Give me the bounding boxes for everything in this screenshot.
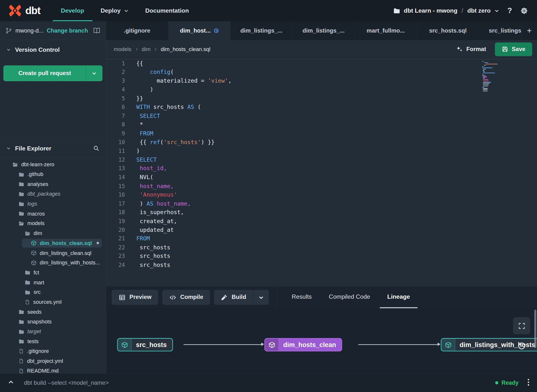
- result-tab-lineage[interactable]: Lineage: [380, 286, 417, 308]
- build-button[interactable]: Build: [214, 290, 253, 305]
- lineage-canvas[interactable]: src_hosts dim_hosts_clean dim_listings_w…: [106, 308, 537, 373]
- fullscreen-button[interactable]: [513, 317, 530, 334]
- change-branch-link[interactable]: Change branch: [47, 27, 88, 34]
- file-icon: [18, 348, 24, 354]
- create-pull-request-button[interactable]: Create pull request: [3, 65, 102, 81]
- code-line[interactable]: 23 src_hosts: [106, 252, 537, 261]
- file-tree-item[interactable]: dbt_project.yml: [0, 356, 106, 366]
- editor-tab[interactable]: mart_fullmo...: [355, 21, 417, 40]
- code-line[interactable]: 11): [106, 147, 537, 155]
- lineage-node-dim-hosts-clean[interactable]: dim_hosts_clean: [264, 338, 342, 351]
- file-tree-item[interactable]: fct: [0, 268, 106, 278]
- file-tree-item[interactable]: dim: [0, 228, 106, 238]
- expand-icon: [518, 322, 525, 330]
- code-line[interactable]: 12SELECT: [106, 155, 537, 164]
- file-tree-item[interactable]: .gitignore: [0, 346, 106, 356]
- code-line[interactable]: 5}}: [106, 94, 537, 103]
- minimap-line: [484, 62, 488, 63]
- code-line[interactable]: 3 materialized = 'view',: [106, 77, 537, 85]
- code-line[interactable]: 1{{: [106, 59, 537, 68]
- save-button[interactable]: Save: [495, 42, 532, 56]
- code-line[interactable]: 4 ): [106, 85, 537, 94]
- build-dropdown-caret[interactable]: [253, 290, 269, 305]
- result-tab-compiled-code[interactable]: Compiled Code: [321, 286, 378, 308]
- nav-item-develop[interactable]: Develop: [53, 0, 93, 21]
- result-tab-results[interactable]: Results: [284, 286, 319, 308]
- file-tree-item[interactable]: snapshots: [0, 317, 106, 327]
- file-tree-item[interactable]: macros: [0, 209, 106, 218]
- editor-tab[interactable]: dim_listings_...: [293, 21, 355, 40]
- code-line[interactable]: 16 'Anonymous': [106, 191, 537, 199]
- preview-button[interactable]: Preview: [112, 290, 158, 305]
- folder-open-icon: [25, 230, 30, 236]
- version-control-header[interactable]: Version Control: [0, 40, 106, 59]
- code-editor[interactable]: 1{{2 config(3 materialized = 'view',4 )5…: [106, 58, 537, 286]
- project-selector[interactable]: dbt Learn - mwong / dbt zero: [393, 7, 499, 14]
- dbt-logo[interactable]: dbt: [8, 0, 40, 21]
- format-button[interactable]: Format: [452, 43, 489, 55]
- app-viewport: dbt Develop Deploy Documentation dbt Lea…: [0, 0, 537, 392]
- file-tree-item[interactable]: analyses: [0, 179, 106, 189]
- file-tree-item[interactable]: seeds: [0, 307, 106, 317]
- file-tree-item[interactable]: dim_hosts_clean.sql: [0, 238, 106, 248]
- breadcrumb-part[interactable]: dim_hosts_clean.sql: [161, 46, 210, 52]
- code-line[interactable]: 6WITH src_hosts AS (: [106, 103, 537, 112]
- file-tree-item[interactable]: .github: [0, 169, 106, 179]
- file-tree-item[interactable]: tests: [0, 337, 106, 346]
- code-line[interactable]: 18 is_superhost,: [106, 208, 537, 217]
- file-explorer-header[interactable]: File Explorer: [0, 139, 106, 158]
- code-line[interactable]: 19 created_at,: [106, 217, 537, 226]
- code-line[interactable]: 21FROM: [106, 234, 537, 243]
- editor-tab[interactable]: dim_listings_...: [231, 21, 293, 40]
- nav-item-documentation[interactable]: Documentation: [137, 0, 197, 21]
- line-number: 16: [106, 192, 125, 198]
- code-line[interactable]: 20 updated_at: [106, 226, 537, 234]
- code-line[interactable]: 13 host_id,: [106, 164, 537, 173]
- search-icon[interactable]: [93, 145, 100, 152]
- new-tab-button[interactable]: [521, 21, 537, 40]
- file-tree-item[interactable]: README.md: [0, 366, 106, 373]
- file-tree-item[interactable]: dbt-learn-zero: [0, 160, 106, 169]
- code-line[interactable]: 8 *: [106, 120, 537, 129]
- code-line[interactable]: 14 NVL(: [106, 173, 537, 182]
- file-tree-item[interactable]: target: [0, 327, 106, 336]
- code-line[interactable]: 9 FROM: [106, 129, 537, 138]
- editor-tab[interactable]: dim_host...: [168, 21, 231, 40]
- file-tree-item[interactable]: src: [0, 287, 106, 297]
- code-line[interactable]: 24 src_hosts: [106, 261, 537, 269]
- gear-icon[interactable]: [520, 7, 528, 14]
- file-tree-item[interactable]: sources.yml: [0, 297, 106, 307]
- reset-view-button[interactable]: [515, 339, 528, 352]
- nav-item-deploy[interactable]: Deploy: [92, 0, 137, 21]
- file-tree-item[interactable]: mart: [0, 278, 106, 287]
- status-label: Ready: [502, 380, 519, 386]
- scrollbar-thumb[interactable]: [534, 310, 536, 348]
- code-line[interactable]: 22 src_hosts: [106, 243, 537, 252]
- docs-book-icon[interactable]: [93, 27, 100, 34]
- editor-tab[interactable]: .gitignore: [106, 21, 168, 40]
- code-line[interactable]: 2 config(: [106, 68, 537, 76]
- file-tree-item[interactable]: dim_listings_clean.sql: [0, 248, 106, 258]
- file-tree-item[interactable]: dim_listings_with_hosts...: [0, 258, 106, 268]
- compile-button[interactable]: Compile: [162, 290, 210, 305]
- pr-dropdown-caret[interactable]: [86, 66, 102, 81]
- file-tree-item[interactable]: logs: [0, 199, 106, 209]
- minimap[interactable]: [482, 61, 496, 92]
- nav-label: Documentation: [145, 7, 189, 14]
- code-line[interactable]: 15 host_name,: [106, 182, 537, 190]
- command-input[interactable]: dbt build --select <model_name>: [24, 379, 109, 386]
- kebab-menu-button[interactable]: [528, 378, 529, 387]
- breadcrumb-part[interactable]: models: [114, 46, 131, 52]
- console-toggle-button[interactable]: [8, 379, 14, 387]
- lineage-node-src-hosts[interactable]: src_hosts: [117, 338, 173, 351]
- code-line[interactable]: 7 SELECT: [106, 112, 537, 120]
- breadcrumb-part[interactable]: dim: [142, 46, 150, 52]
- code-line[interactable]: 17 ) AS host_name,: [106, 199, 537, 208]
- code-text: config(: [125, 69, 174, 75]
- minimap-line: [483, 80, 489, 81]
- code-line[interactable]: 10 {{ ref('src_hosts') }}: [106, 138, 537, 147]
- file-tree-item[interactable]: dbt_packages: [0, 189, 106, 199]
- help-button[interactable]: ?: [506, 6, 513, 15]
- editor-tab[interactable]: src_hosts.sql: [417, 21, 479, 40]
- file-tree-item[interactable]: models: [0, 218, 106, 228]
